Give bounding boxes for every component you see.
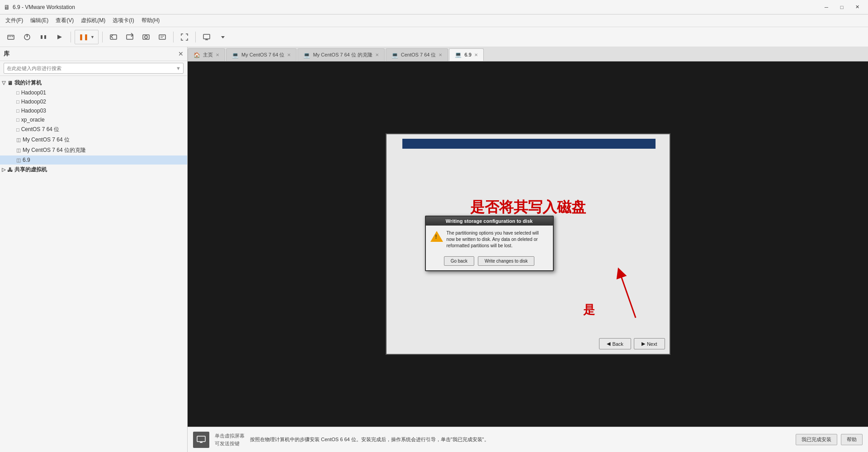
- tab-label: CentOS 7 64 位: [401, 52, 436, 58]
- sidebar-item-label: 我的计算机: [14, 79, 42, 87]
- toolbar-snapshot-back[interactable]: [106, 30, 121, 44]
- sidebar-item-mycentos7-clone[interactable]: ◫ My CentOS 7 64 位的克隆: [0, 145, 187, 155]
- tree-folder-icon-shared: 🖧: [7, 167, 13, 173]
- vm-back-button[interactable]: ◀ Back: [599, 338, 631, 349]
- sidebar-item-hadoop02[interactable]: □ Hadoop02: [0, 97, 187, 106]
- tab-69[interactable]: 💻 6.9 ✕: [449, 48, 483, 61]
- vm-icon-hadoop03: □: [16, 108, 19, 113]
- sidebar-item-hadoop03[interactable]: □ Hadoop03: [0, 106, 187, 115]
- minimize-button[interactable]: ─: [819, 2, 834, 13]
- tab-69-close[interactable]: ✕: [474, 52, 478, 57]
- tab-centos7[interactable]: 💻 My CentOS 7 64 位 ✕: [226, 48, 297, 61]
- tab-centos7-2[interactable]: 💻 CentOS 7 64 位 ✕: [386, 48, 448, 61]
- tab-label: 6.9: [464, 52, 471, 57]
- tab-centos7-clone-icon: 💻: [303, 52, 310, 58]
- sidebar-item-shared[interactable]: ▷ 🖧 共享的虚拟机: [0, 165, 187, 175]
- sidebar-item-label: My CentOS 7 64 位: [23, 136, 70, 144]
- sidebar-item-label: xp_oracle: [21, 117, 45, 123]
- toolbar-fullscreen[interactable]: [177, 30, 192, 44]
- vm-goback-button[interactable]: Go back: [444, 256, 474, 266]
- search-icon: ▼: [176, 66, 181, 71]
- tab-label: My CentOS 7 64 位 的克隆: [313, 52, 372, 58]
- tab-centos7-clone[interactable]: 💻 My CentOS 7 64 位 的克隆 ✕: [297, 48, 384, 61]
- tab-centos7-2-close[interactable]: ✕: [439, 52, 442, 57]
- vm-dialog-body: ! The partitioning options you have sele…: [426, 226, 553, 254]
- vm-icon-hadoop02: □: [16, 99, 19, 104]
- menu-view[interactable]: 查看(V): [52, 15, 77, 26]
- toolbar-display[interactable]: [199, 30, 214, 44]
- toolbar-display-dropdown[interactable]: [216, 30, 230, 44]
- svg-rect-2: [10, 36, 11, 37]
- vm-screen: 是否将其写入磁盘 Writing storage configuration t…: [386, 133, 670, 355]
- tab-home-icon: 🏠: [193, 52, 200, 58]
- sidebar-item-xporacle[interactable]: □ xp_oracle: [0, 115, 187, 124]
- toolbar-send-key[interactable]: [4, 30, 18, 44]
- tab-label: 主页: [203, 52, 213, 58]
- close-button[interactable]: ✕: [850, 2, 864, 13]
- tab-centos7-2-icon: 💻: [392, 52, 398, 58]
- sidebar-search-input[interactable]: [4, 63, 184, 74]
- sidebar-close-button[interactable]: ✕: [178, 50, 184, 57]
- svg-rect-6: [41, 35, 42, 39]
- tree-expand-icon-shared: ▷: [2, 167, 5, 173]
- svg-line-21: [620, 273, 636, 318]
- vm-icon-mycentos7-clone: ◫: [16, 147, 21, 153]
- status-click-text: 单击虚拟屏幕 可发送按键: [215, 432, 245, 447]
- status-buttons: 我已完成安装 帮助: [796, 434, 863, 445]
- red-arrow-annotation: [606, 264, 642, 322]
- maximize-button[interactable]: □: [835, 2, 849, 13]
- back-label: Back: [612, 341, 623, 347]
- sidebar-item-label: My CentOS 7 64 位的克隆: [23, 146, 86, 154]
- status-help-button[interactable]: 帮助: [841, 434, 863, 445]
- svg-rect-0: [8, 35, 14, 39]
- menu-help[interactable]: 帮助(H): [138, 15, 164, 26]
- sidebar-item-hadoop01[interactable]: □ Hadoop01: [0, 88, 187, 97]
- toolbar-pause-btn[interactable]: ❚❚ ▼: [75, 30, 98, 44]
- svg-rect-22: [197, 436, 205, 442]
- tab-centos7-close[interactable]: ✕: [287, 52, 291, 57]
- sidebar-item-label: Hadoop03: [21, 108, 46, 114]
- sidebar: 库 ✕ ▼ ▽ 🖥 我的计算机 □ Hadoop01 □ Hadoop02: [0, 47, 188, 452]
- svg-rect-3: [12, 36, 13, 37]
- sidebar-item-69[interactable]: ◫ 6.9: [0, 155, 187, 165]
- tree-folder-icon: 🖥: [7, 80, 13, 86]
- vm-writechanges-button[interactable]: Write changes to disk: [478, 256, 534, 266]
- vm-nav-buttons: ◀ Back ▶ Next: [599, 338, 665, 349]
- tab-home-close[interactable]: ✕: [216, 52, 219, 57]
- vm-question-title: 是否将其写入磁盘: [387, 198, 670, 217]
- sidebar-title: 库: [4, 50, 9, 58]
- sidebar-item-label: 共享的虚拟机: [14, 166, 47, 174]
- toolbar-snapshot-fwd[interactable]: [123, 30, 137, 44]
- vm-icon-xporacle: □: [16, 117, 19, 122]
- sidebar-item-mycentos7[interactable]: ◫ My CentOS 7 64 位: [0, 135, 187, 145]
- app-title: 6.9 - VMware Workstation: [13, 4, 75, 10]
- tab-label: My CentOS 7 64 位: [241, 52, 284, 58]
- toolbar-snapshot-take[interactable]: [139, 30, 153, 44]
- svg-rect-16: [203, 34, 210, 39]
- toolbar-pause-group: ❚❚ ▼: [75, 30, 99, 44]
- sidebar-item-centos7[interactable]: □ CentOS 7 64 位: [0, 124, 187, 135]
- vm-dialog-buttons: Go back Write changes to disk: [426, 254, 553, 270]
- menu-vm[interactable]: 虚拟机(M): [77, 15, 109, 26]
- toolbar-resume[interactable]: [52, 30, 67, 44]
- svg-rect-13: [159, 35, 165, 39]
- sidebar-search-area: ▼: [0, 61, 187, 76]
- vm-dialog-text: The partitioning options you have select…: [447, 230, 548, 249]
- vm-viewport[interactable]: 是否将其写入磁盘 Writing storage configuration t…: [188, 61, 868, 427]
- sidebar-tree: ▽ 🖥 我的计算机 □ Hadoop01 □ Hadoop02 □ Hadoop…: [0, 76, 187, 452]
- menu-edit[interactable]: 编辑(E): [27, 15, 52, 26]
- toolbar-sep1: [71, 32, 71, 42]
- menu-tabs[interactable]: 选项卡(I): [109, 15, 137, 26]
- menu-file[interactable]: 文件(F): [2, 15, 27, 26]
- titlebar: 🖥 6.9 - VMware Workstation ─ □ ✕: [0, 0, 868, 14]
- tab-centos7-clone-close[interactable]: ✕: [375, 52, 379, 57]
- status-finish-button[interactable]: 我已完成安装: [796, 434, 837, 445]
- vm-next-button[interactable]: ▶ Next: [634, 338, 665, 349]
- toolbar-power[interactable]: [20, 30, 34, 44]
- toolbar-suspend[interactable]: [36, 30, 51, 44]
- toolbar-snapshot-mgr[interactable]: [155, 30, 170, 44]
- vm-icon-hadoop01: □: [16, 90, 19, 95]
- sidebar-item-mycomputer[interactable]: ▽ 🖥 我的计算机: [0, 78, 187, 88]
- sidebar-item-label: 6.9: [23, 157, 30, 163]
- tab-home[interactable]: 🏠 主页 ✕: [188, 48, 225, 61]
